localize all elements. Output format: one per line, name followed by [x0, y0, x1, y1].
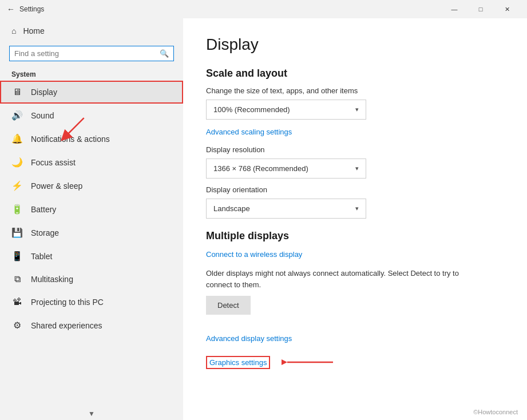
maximize-button[interactable]: □ [467, 0, 494, 18]
bottom-links: Advanced display settings Graphics setti… [206, 333, 504, 369]
size-dropdown[interactable]: 100% (Recommended) ▾ [206, 100, 366, 120]
resolution-dropdown[interactable]: 1366 × 768 (Recommended) ▾ [206, 159, 366, 179]
sidebar-item-label-storage: Storage [31, 228, 59, 237]
minimize-button[interactable]: — [441, 0, 467, 18]
sidebar-section-system: System [0, 66, 183, 81]
sidebar-item-label-multitasking: Multitasking [31, 275, 73, 284]
close-button[interactable]: ✕ [494, 0, 520, 18]
sidebar-item-projecting[interactable]: 📽 Projecting to this PC [0, 291, 183, 314]
sidebar-item-notifications[interactable]: 🔔 Notifications & actions [0, 127, 183, 150]
older-displays-text: Older displays might not always connect … [206, 268, 463, 290]
sidebar-item-display[interactable]: 🖥 Display [0, 81, 183, 104]
sidebar-item-tablet[interactable]: 📱 Tablet [0, 244, 183, 268]
sidebar-item-label-tablet: Tablet [31, 252, 52, 261]
wireless-display-link[interactable]: Connect to a wireless display [206, 250, 302, 259]
sidebar-item-power[interactable]: ⚡ Power & sleep [0, 174, 183, 197]
search-input[interactable] [14, 49, 156, 58]
titlebar-title: Settings [19, 5, 44, 13]
power-icon: ⚡ [11, 180, 23, 191]
resolution-dropdown-arrow: ▾ [355, 165, 359, 172]
resolution-dropdown-value: 1366 × 768 (Recommended) [213, 164, 308, 173]
app-body: ⌂ Home 🔍 System 🖥 Display [0, 18, 527, 420]
multitasking-icon: ⧉ [11, 274, 23, 284]
tablet-icon: 📱 [11, 251, 23, 261]
home-icon: ⌂ [11, 26, 16, 35]
sidebar-item-sound[interactable]: 🔊 Sound [0, 104, 183, 127]
sidebar-item-multitasking[interactable]: ⧉ Multitasking [0, 268, 183, 291]
focus-icon: 🌙 [11, 157, 23, 168]
size-label: Change the size of text, apps, and other… [206, 86, 504, 95]
sidebar-home-label: Home [23, 26, 44, 35]
sidebar: ⌂ Home 🔍 System 🖥 Display [0, 18, 183, 420]
sidebar-search-box[interactable]: 🔍 [9, 46, 174, 61]
graphics-settings-link[interactable]: Graphics settings [206, 356, 270, 369]
orientation-dropdown[interactable]: Landscape ▾ [206, 199, 366, 219]
sidebar-item-label-shared: Shared experiences [31, 321, 102, 330]
display-icon: 🖥 [11, 87, 23, 97]
sidebar-items-list: 🖥 Display 🔊 Sound 🔔 Notifications & acti… [0, 81, 183, 407]
size-dropdown-arrow: ▾ [355, 106, 359, 113]
titlebar-controls: — □ ✕ [441, 0, 520, 18]
resolution-label: Display resolution [206, 145, 504, 154]
orientation-dropdown-arrow: ▾ [355, 205, 359, 212]
advanced-display-link[interactable]: Advanced display settings [206, 334, 292, 343]
multiple-displays-title: Multiple displays [206, 230, 504, 242]
storage-icon: 💾 [11, 227, 23, 238]
sidebar-item-label-battery: Battery [31, 205, 56, 214]
projecting-icon: 📽 [11, 297, 23, 307]
copyright: ©Howtoconnect [473, 409, 518, 415]
sidebar-item-battery[interactable]: 🔋 Battery [0, 197, 183, 221]
graphics-row: Graphics settings [206, 355, 504, 369]
sidebar-item-label-notifications: Notifications & actions [31, 134, 110, 144]
sidebar-item-label-projecting: Projecting to this PC [31, 298, 104, 307]
scale-section-title: Scale and layout [206, 68, 504, 80]
search-icon: 🔍 [160, 49, 169, 58]
shared-icon: ⚙ [11, 320, 23, 331]
sidebar-item-label-power: Power & sleep [31, 181, 82, 191]
back-button[interactable]: ← [7, 5, 15, 14]
sound-icon: 🔊 [11, 110, 23, 121]
size-dropdown-value: 100% (Recommended) [213, 105, 290, 114]
sidebar-scroll-down[interactable]: ▼ [0, 407, 183, 420]
sidebar-item-storage[interactable]: 💾 Storage [0, 221, 183, 244]
orientation-dropdown-value: Landscape [213, 204, 250, 213]
detect-button[interactable]: Detect [206, 296, 251, 315]
sidebar-item-label-sound: Sound [31, 111, 54, 120]
graphics-arrow-annotation [282, 355, 339, 369]
sidebar-item-label-display: Display [31, 88, 57, 97]
titlebar: ← Settings — □ ✕ [0, 0, 527, 18]
advanced-scaling-link[interactable]: Advanced scaling settings [206, 128, 292, 136]
page-title: Display [206, 35, 504, 54]
notifications-icon: 🔔 [11, 133, 23, 144]
orientation-label: Display orientation [206, 185, 504, 194]
battery-icon: 🔋 [11, 204, 23, 215]
sidebar-item-label-focus: Focus assist [31, 158, 76, 167]
scale-section: Scale and layout Change the size of text… [206, 68, 504, 219]
sidebar-item-shared[interactable]: ⚙ Shared experiences [0, 314, 183, 337]
multiple-displays-section: Multiple displays Connect to a wireless … [206, 230, 504, 324]
sidebar-item-focus[interactable]: 🌙 Focus assist [0, 150, 183, 174]
content-area: Display Scale and layout Change the size… [183, 18, 527, 420]
sidebar-item-home[interactable]: ⌂ Home [0, 18, 183, 43]
